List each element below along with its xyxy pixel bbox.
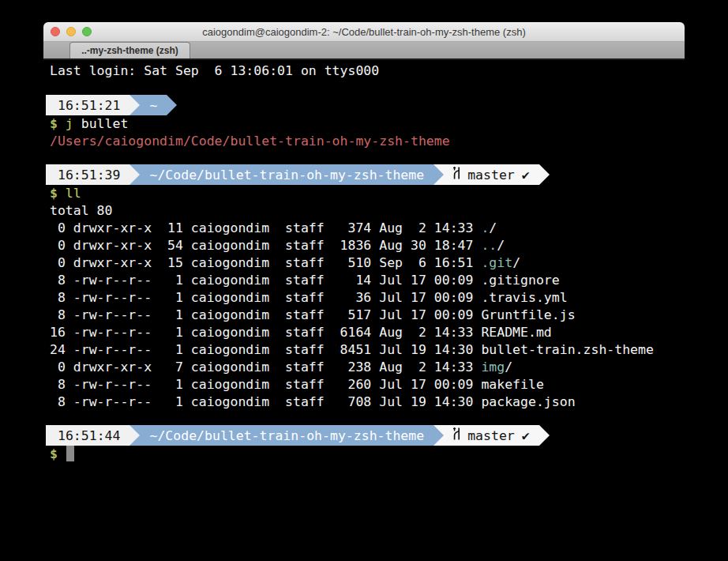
total-line: total 80 <box>50 202 713 220</box>
table-row: 8 -rw-r--r-- 1 caiogondim staff 36 Jul 1… <box>50 289 713 307</box>
file-name: package.json <box>481 394 575 409</box>
command-line-2: $ ll <box>50 185 713 202</box>
file-name: bullet-train.zsh-theme <box>481 342 654 357</box>
command-text: ll <box>58 186 81 201</box>
table-row: 8 -rw-r--r-- 1 caiogondim staff 708 Jul … <box>50 393 713 411</box>
file-name: makefile <box>481 377 543 392</box>
prompt-git-segment: master ✔ <box>444 164 539 185</box>
table-row: 16 -rw-r--r-- 1 caiogondim staff 6164 Au… <box>50 324 713 341</box>
file-name: .. <box>481 238 497 253</box>
current-input-line[interactable]: $ <box>50 446 713 463</box>
file-name: .gitignore <box>481 273 559 288</box>
prompt-line-2: 16:51:39 ~/Code/bullet-train-oh-my-zsh-t… <box>46 164 713 185</box>
file-name: README.md <box>481 325 551 340</box>
prompt-line-3: 16:51:44 ~/Code/bullet-train-oh-my-zsh-t… <box>46 425 713 446</box>
powerline-arrow-icon <box>539 425 550 446</box>
window-title: caiogondim@caiogondim-2: ~/Code/bullet-t… <box>43 26 685 38</box>
terminal-cursor <box>66 446 74 461</box>
command-line-1: $ j bullet <box>50 115 713 133</box>
powerline-arrow-icon <box>539 164 550 185</box>
prompt-char: $ <box>50 186 58 201</box>
git-branch-icon <box>452 166 462 183</box>
powerline-arrow-icon <box>129 95 140 115</box>
table-row: 0 drwxr-xr-x 7 caiogondim staff 238 Aug … <box>50 359 713 376</box>
tab-label: ..-my-zsh-theme (zsh) <box>81 45 178 56</box>
command-args: bullet <box>73 116 129 131</box>
command-text: j <box>58 116 73 131</box>
powerline-arrow-icon <box>433 164 444 185</box>
git-branch-name: master <box>467 168 515 183</box>
terminal-content[interactable]: Last login: Sat Sep 6 13:06:01 on ttys00… <box>50 62 713 463</box>
window-titlebar[interactable]: caiogondim@caiogondim-2: ~/Code/bullet-t… <box>43 22 685 42</box>
powerline-arrow-icon <box>433 425 444 446</box>
tab-zsh-theme[interactable]: ..-my-zsh-theme (zsh) <box>69 42 190 58</box>
powerline-arrow-icon <box>129 164 140 185</box>
autojump-output: /Users/caiogondim/Code/bullet-train-oh-m… <box>50 133 713 150</box>
table-row: 0 drwxr-xr-x 15 caiogondim staff 510 Sep… <box>50 254 713 272</box>
last-login-line: Last login: Sat Sep 6 13:06:01 on ttys00… <box>50 62 713 80</box>
powerline-arrow-icon <box>129 425 140 446</box>
git-clean-check-icon: ✔ <box>522 428 530 443</box>
file-name: .travis.yml <box>481 290 567 305</box>
prompt-time-segment: 16:51:39 <box>46 164 129 185</box>
prompt-time-segment: 16:51:21 <box>46 95 129 115</box>
table-row: 0 drwxr-xr-x 54 caiogondim staff 1836 Au… <box>50 237 713 254</box>
file-name: Gruntfile.js <box>481 307 575 322</box>
table-row: 24 -rw-r--r-- 1 caiogondim staff 8451 Ju… <box>50 341 713 359</box>
prompt-time-segment: 16:51:44 <box>46 425 129 446</box>
prompt-git-segment: master ✔ <box>444 425 539 446</box>
git-branch-icon <box>452 427 462 444</box>
git-branch-name: master <box>467 428 515 443</box>
terminal-window: caiogondim@caiogondim-2: ~/Code/bullet-t… <box>43 22 685 60</box>
file-name: . <box>481 220 489 235</box>
prompt-dir-segment: ~/Code/bullet-train-oh-my-zsh-theme <box>140 425 433 446</box>
git-clean-check-icon: ✔ <box>522 168 530 183</box>
file-name: img <box>481 360 505 375</box>
table-row: 0 drwxr-xr-x 11 caiogondim staff 374 Aug… <box>50 220 713 237</box>
table-row: 8 -rw-r--r-- 1 caiogondim staff 14 Jul 1… <box>50 272 713 289</box>
table-row: 8 -rw-r--r-- 1 caiogondim staff 517 Jul … <box>50 307 713 324</box>
prompt-char: $ <box>50 446 58 461</box>
prompt-dir-segment: ~ <box>140 95 167 115</box>
prompt-line-1: 16:51:21 ~ <box>46 95 713 115</box>
powerline-arrow-icon <box>167 95 177 115</box>
tab-bar: ..-my-zsh-theme (zsh) <box>43 42 685 60</box>
prompt-dir-segment: ~/Code/bullet-train-oh-my-zsh-theme <box>140 164 433 185</box>
file-name: .git <box>481 255 512 270</box>
prompt-char: $ <box>50 116 58 131</box>
table-row: 8 -rw-r--r-- 1 caiogondim staff 260 Jul … <box>50 376 713 393</box>
